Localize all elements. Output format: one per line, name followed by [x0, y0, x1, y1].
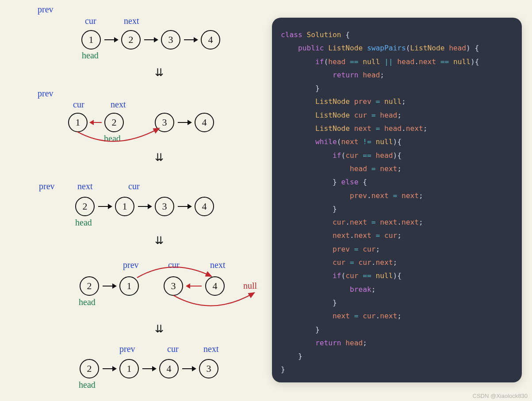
arrow-right-icon — [101, 364, 118, 373]
node: 2 — [80, 276, 99, 296]
node: 2 — [121, 30, 141, 50]
node: 3 — [164, 276, 183, 296]
label-cur: cur — [168, 260, 180, 270]
arrow-right-icon — [141, 364, 157, 373]
arrow-left-icon — [88, 118, 103, 127]
node: 1 — [68, 113, 88, 132]
node: 3 — [155, 113, 174, 132]
label-cur: cur — [128, 181, 140, 191]
arrow-right-icon — [136, 202, 153, 211]
arrow-right-icon — [103, 35, 119, 44]
node: 1 — [119, 359, 139, 378]
node: 4 — [201, 30, 220, 50]
label-next: next — [111, 99, 126, 110]
arrow-right-icon — [142, 35, 159, 44]
label-prev: prev — [119, 344, 135, 354]
node: 4 — [195, 113, 214, 132]
label-head: head — [79, 297, 96, 307]
watermark: CSDN @Xiaolock830 — [473, 393, 528, 399]
label-next: next — [77, 181, 92, 191]
node: 3 — [161, 30, 180, 50]
code-panel: class Solution { public ListNode swapPai… — [272, 18, 522, 382]
down-arrow-icon: ⇊ — [155, 151, 164, 164]
label-head: head — [75, 218, 92, 228]
node: 1 — [81, 30, 101, 50]
node: 3 — [199, 359, 218, 378]
down-arrow-icon: ⇊ — [155, 323, 164, 335]
node: 2 — [80, 359, 99, 378]
down-arrow-icon: ⇊ — [155, 234, 164, 247]
label-head: head — [82, 50, 99, 61]
curve-arrow-icon — [164, 292, 265, 318]
label-prev: prev — [38, 4, 54, 15]
arrow-right-icon — [182, 35, 199, 44]
node: 2 — [75, 197, 95, 216]
label-next: next — [124, 16, 139, 26]
label-prev: prev — [123, 260, 139, 270]
arrow-left-icon — [185, 282, 203, 290]
node: 1 — [115, 197, 134, 216]
arrow-right-icon — [96, 202, 113, 211]
node: 4 — [195, 197, 214, 216]
label-null: null — [243, 281, 257, 291]
label-head: head — [79, 380, 96, 390]
label-cur: cur — [167, 344, 179, 354]
arrow-right-icon — [101, 282, 118, 290]
node: 1 — [119, 276, 139, 296]
arrow-right-icon — [180, 364, 197, 373]
node: 4 — [205, 276, 225, 296]
arrow-right-icon — [176, 118, 193, 127]
node: 3 — [155, 197, 174, 216]
label-cur: cur — [73, 99, 84, 110]
label-cur: cur — [85, 16, 96, 26]
code-block: class Solution { public ListNode swapPai… — [281, 28, 513, 377]
label-prev: prev — [39, 181, 55, 191]
arrow-right-icon — [176, 202, 193, 211]
node: 4 — [159, 359, 179, 378]
diagram-area: prev cur next 1 2 3 4 head ⇊ prev cur ne… — [0, 0, 272, 401]
label-next: next — [210, 260, 225, 270]
node: 2 — [104, 113, 124, 132]
label-head: head — [104, 134, 121, 144]
label-prev: prev — [38, 88, 54, 99]
down-arrow-icon: ⇊ — [155, 66, 164, 79]
label-next: next — [203, 344, 218, 354]
